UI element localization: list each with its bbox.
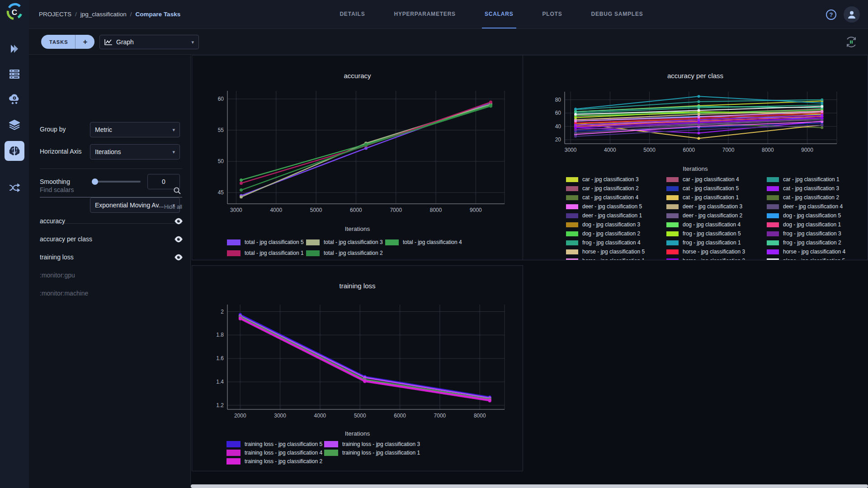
tab-debug-samples[interactable]: DEBUG SAMPLES xyxy=(589,0,646,28)
scalar-row[interactable]: accuracy per class xyxy=(29,230,190,248)
legend-item[interactable]: training loss - jpg classification 1 xyxy=(324,448,523,457)
legend-item[interactable]: car - jpg classification 1 xyxy=(767,175,868,184)
legend-item[interactable]: frog - jpg classification 4 xyxy=(566,238,666,247)
smoothing-slider[interactable] xyxy=(93,181,141,183)
accuracy-chart[interactable]: 300040005000600070008000900045505560 xyxy=(192,87,523,223)
legend-label: deer - jpg classification 4 xyxy=(783,203,843,210)
eye-icon[interactable] xyxy=(174,236,183,244)
legend-item[interactable]: total - jpg classification 1 xyxy=(227,248,306,258)
legend-item[interactable]: plane - jpg classification 5 xyxy=(767,256,868,260)
legend-item[interactable]: cat - jpg classification 4 xyxy=(566,193,666,202)
slider-thumb[interactable] xyxy=(92,178,98,185)
legend-label: horse - jpg classification 1 xyxy=(582,258,645,260)
svg-text:45: 45 xyxy=(218,189,224,196)
scalar-row[interactable]: :monitor:gpu xyxy=(29,266,190,284)
legend-item[interactable]: frog - jpg classification 5 xyxy=(666,229,767,238)
legend-item[interactable]: dog - jpg classification 3 xyxy=(566,220,666,229)
pipelines-icon[interactable] xyxy=(5,179,24,197)
legend-item[interactable]: dog - jpg classification 4 xyxy=(666,220,767,229)
legend-item[interactable]: frog - jpg classification 2 xyxy=(767,238,868,247)
scalar-label: accuracy xyxy=(40,217,65,225)
legend-item[interactable]: cat - jpg classification 5 xyxy=(666,184,767,193)
svg-text:9000: 9000 xyxy=(470,207,482,213)
legend-item[interactable]: cat - jpg classification 2 xyxy=(767,193,868,202)
workers-queues-icon[interactable] xyxy=(5,65,24,83)
legend-item[interactable]: deer - jpg classification 4 xyxy=(767,202,868,211)
legend-item[interactable]: horse - jpg classification 2 xyxy=(666,256,767,260)
legend-item[interactable]: total - jpg classification 3 xyxy=(306,237,385,248)
legend-label: cat - jpg classification 1 xyxy=(683,194,739,201)
legend-item[interactable]: training loss - jpg classification 4 xyxy=(226,448,324,457)
svg-text:8000: 8000 xyxy=(474,413,486,419)
legend-item[interactable]: dog - jpg classification 5 xyxy=(767,211,868,220)
legend-label: plane - jpg classification 5 xyxy=(783,258,845,260)
legend-item[interactable]: total - jpg classification 2 xyxy=(306,248,385,258)
projects-icon[interactable] xyxy=(5,141,24,161)
view-mode-value: Graph xyxy=(116,38,134,46)
eye-icon[interactable] xyxy=(174,254,183,263)
x-axis-label: Iterations xyxy=(192,225,523,234)
tab-scalars[interactable]: SCALARS xyxy=(482,0,516,28)
breadcrumb-project-name[interactable]: jpg_classification xyxy=(80,11,127,18)
horizontal-axis-select[interactable]: Iterations ▾ xyxy=(90,144,180,160)
legend-item[interactable]: deer - jpg classification 5 xyxy=(566,202,666,211)
legend-item[interactable]: cat - jpg classification 1 xyxy=(666,193,767,202)
legend-swatch xyxy=(666,177,679,182)
legend-item[interactable]: car - jpg classification 4 xyxy=(666,175,767,184)
hide-all-link[interactable]: Hide all xyxy=(164,204,182,210)
eye-icon[interactable] xyxy=(174,218,183,226)
add-task-button[interactable]: + xyxy=(75,38,94,47)
clearml-logo[interactable]: C xyxy=(5,2,24,22)
accuracy-per-class-chart[interactable]: 300040005000600070008000900020406080 xyxy=(523,87,868,162)
auto-refresh-icon[interactable] xyxy=(844,35,858,49)
scalar-row[interactable]: :monitor:machine xyxy=(29,284,190,302)
legend-label: training loss - jpg classification 2 xyxy=(245,458,322,465)
legend-item[interactable]: horse - jpg classification 1 xyxy=(566,256,666,260)
scalar-row[interactable]: accuracy xyxy=(29,212,190,230)
legend-item[interactable]: training loss - jpg classification 3 xyxy=(324,440,523,448)
legend-item[interactable]: car - jpg classification 3 xyxy=(566,175,666,184)
chart-title: accuracy per class xyxy=(523,72,868,81)
tab-hyperparameters[interactable]: HYPERPARAMETERS xyxy=(391,0,458,28)
legend-item[interactable]: frog - jpg classification 3 xyxy=(767,229,868,238)
tasks-button[interactable]: TASKS xyxy=(41,39,75,45)
legend-item[interactable]: training loss - jpg classification 2 xyxy=(226,457,324,465)
legend-swatch xyxy=(767,204,779,209)
svg-text:40: 40 xyxy=(555,123,561,130)
view-mode-select[interactable]: Graph ▾ xyxy=(99,35,199,49)
legend-item[interactable]: deer - jpg classification 1 xyxy=(566,211,666,220)
scalar-row[interactable]: training loss xyxy=(29,248,190,266)
legend-item[interactable]: frog - jpg classification 1 xyxy=(666,238,767,247)
legend-item[interactable]: horse - jpg classification 4 xyxy=(767,247,868,256)
legend-item[interactable]: dog - jpg classification 2 xyxy=(566,229,666,238)
tasks-selector[interactable]: TASKS + xyxy=(41,35,94,49)
getting-started-icon[interactable] xyxy=(5,40,24,58)
legend-label: car - jpg classification 4 xyxy=(683,176,739,183)
search-input[interactable] xyxy=(40,186,171,193)
training-loss-chart[interactable]: 20003000400050006000700080001.21.41.61.8… xyxy=(192,298,523,427)
breadcrumb-projects[interactable]: PROJECTS xyxy=(39,11,71,18)
legend-item[interactable]: deer - jpg classification 3 xyxy=(666,202,767,211)
tab-details[interactable]: DETAILS xyxy=(337,0,368,28)
legend-item[interactable]: horse - jpg classification 3 xyxy=(666,247,767,256)
chart-legend: total - jpg classification 5total - jpg … xyxy=(227,237,523,258)
svg-text:1.2: 1.2 xyxy=(216,402,224,408)
help-icon[interactable]: ? xyxy=(826,9,836,20)
datasets-icon[interactable] xyxy=(5,116,24,134)
user-avatar[interactable] xyxy=(844,6,860,23)
legend-item[interactable]: total - jpg classification 4 xyxy=(385,237,523,248)
legend-item[interactable]: horse - jpg classification 5 xyxy=(566,247,666,256)
legend-item[interactable]: training loss - jpg classification 5 xyxy=(226,440,324,448)
applications-icon[interactable] xyxy=(5,90,24,108)
horizontal-scrollbar[interactable] xyxy=(191,484,868,488)
legend-item[interactable]: dog - jpg classification 1 xyxy=(767,220,868,229)
svg-text:80: 80 xyxy=(555,97,561,103)
group-by-select[interactable]: Metric ▾ xyxy=(90,122,180,137)
tab-plots[interactable]: PLOTS xyxy=(540,0,565,28)
legend-label: total - jpg classification 1 xyxy=(245,250,304,256)
legend-item[interactable]: cat - jpg classification 3 xyxy=(767,184,868,193)
legend-item[interactable]: car - jpg classification 2 xyxy=(566,184,666,193)
search-icon[interactable] xyxy=(173,187,181,197)
legend-item[interactable]: deer - jpg classification 2 xyxy=(666,211,767,220)
legend-item[interactable]: total - jpg classification 5 xyxy=(227,237,306,248)
